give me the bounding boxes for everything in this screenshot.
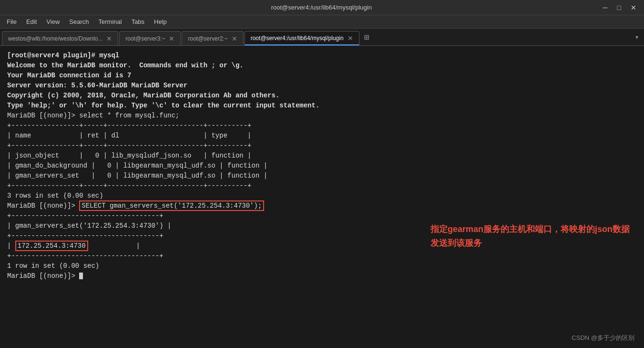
title-bar: root@server4:/usr/lib64/mysql/plugin ─ □… [0,0,644,15]
menu-edit[interactable]: Edit [21,16,41,27]
term-line-19: 3 rows in set (0.00 sec) [7,191,637,201]
highlighted-command: SELECT gman_servers_set('172.25.254.3:47… [79,200,264,211]
term-line-26: +-------------------------------------+ [7,251,637,261]
tab-1-close[interactable]: ✕ [169,35,174,42]
term-line-29: MariaDB [(none)]> [7,271,637,281]
tab-1[interactable]: root@server3:~ ✕ [119,31,181,45]
maximize-button[interactable]: □ [614,3,624,12]
tab-3[interactable]: root@server4:/usr/lib64/mysql/plugin ✕ [245,31,359,45]
term-line-16: | gman_do_background | 0 | libgearman_my… [7,161,637,171]
term-line-17: | gman_servers_set | 0 | libgearman_mysq… [7,171,637,181]
annotation-text: 指定gearman服务的主机和端口，将映射的json数据 发送到该服务 [430,222,630,250]
menu-terminal[interactable]: Terminal [94,16,127,27]
menu-file[interactable]: File [2,16,21,27]
highlighted-result: 172.25.254.3:4730 [15,241,88,251]
tab-add-button[interactable]: ⊞ [360,32,373,42]
tab-0-close[interactable]: ✕ [106,35,112,42]
term-line-9: Type 'help;' or '\h' for help. Type '\c'… [7,101,637,111]
tab-0-label: westos@wlb:/home/westos/Downlo... [8,35,102,42]
menu-search[interactable]: Search [64,16,93,27]
term-line-7: Copyright (c) 2000, 2018, Oracle, MariaD… [7,91,637,101]
terminal-area[interactable]: [root@server4 plugin]# mysql Welcome to … [0,46,644,348]
tab-1-label: root@server3:~ [125,35,165,42]
term-line-27: 1 row in set (0.00 sec) [7,261,637,271]
terminal-cursor [79,273,83,279]
menu-bar: File Edit View Search Terminal Tabs Help [0,15,644,29]
tab-2[interactable]: root@server2:~ ✕ [182,31,243,45]
tab-bar: westos@wlb:/home/westos/Downlo... ✕ root… [0,29,644,46]
window-controls[interactable]: ─ □ ✕ [600,3,639,12]
term-line-11: MariaDB [(none)]> select * from mysql.fu… [7,111,637,121]
term-line-12: +-----------------+-----+---------------… [7,121,637,131]
tab-0[interactable]: westos@wlb:/home/westos/Downlo... ✕ [2,31,118,45]
tab-3-close[interactable]: ✕ [348,34,353,42]
term-line-13: | name | ret | dl | type | [7,131,637,141]
tab-2-label: root@server2:~ [188,35,227,42]
tab-2-close[interactable]: ✕ [232,35,237,42]
menu-view[interactable]: View [41,16,64,27]
term-line-18: +-----------------+-----+---------------… [7,181,637,191]
watermark: CSDN @多于少的区别 [572,333,634,343]
term-line-2: [root@server4 plugin]# mysql [7,51,637,61]
term-line-3: Welcome to the MariaDB monitor. Commands… [7,61,637,71]
menu-help[interactable]: Help [149,16,172,27]
term-line-14: +-----------------+-----+---------------… [7,141,637,151]
window-title: root@server4:/usr/lib64/mysql/plugin [43,4,600,11]
tab-scroll-button[interactable]: ▾ [632,32,642,42]
term-line-15: | json_object | 0 | lib_mysqludf_json.so… [7,151,637,161]
close-button[interactable]: ✕ [628,3,639,12]
menu-tabs[interactable]: Tabs [127,16,149,27]
minimize-button[interactable]: ─ [600,3,611,12]
term-line-5: Server version: 5.5.60-MariaDB MariaDB S… [7,81,637,91]
term-line-21: MariaDB [(none)]> SELECT gman_servers_se… [7,201,637,211]
term-line-22: +-------------------------------------+ [7,211,637,221]
tab-3-label: root@server4:/usr/lib64/mysql/plugin [251,35,344,42]
term-line-4: Your MariaDB connection id is 7 [7,71,637,81]
